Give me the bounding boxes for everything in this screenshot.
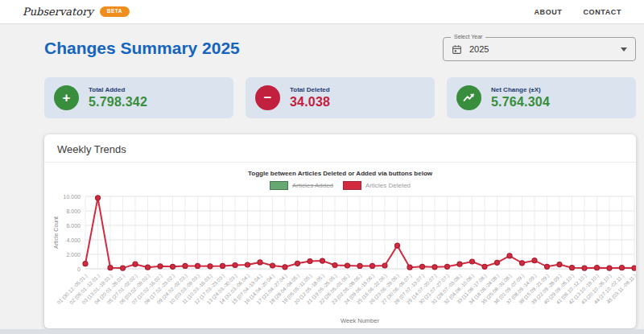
svg-text:Week Number: Week Number [341, 317, 379, 324]
stats-row: + Total Added 5.798.342 − Total Deleted … [44, 77, 636, 118]
weekly-trends-chart[interactable]: 01 (30.12.-05.01.)02 (06.01.-12.01.)03 (… [51, 192, 636, 327]
svg-text:2.000: 2.000 [66, 252, 80, 258]
main-content: Changes Summary 2025 Select Year 2025 + … [44, 34, 636, 328]
legend-label: Articles Added [292, 182, 333, 189]
stat-value: 5.798.342 [89, 95, 147, 109]
weekly-trends-card: Weekly Trends Toggle between Articles De… [44, 134, 636, 328]
chevron-down-icon [621, 47, 627, 52]
stat-value: 5.764.304 [491, 95, 550, 109]
page-title: Changes Summary 2025 [44, 39, 240, 58]
svg-text:0: 0 [77, 266, 80, 272]
svg-text:8.000: 8.000 [66, 208, 80, 214]
brand-logo[interactable]: Pubservatory [23, 6, 93, 18]
calendar-icon [452, 44, 462, 55]
chart-legend: Articles Added Articles Deleted [44, 181, 636, 190]
svg-text:10.000: 10.000 [64, 194, 81, 200]
beta-badge: BETA [100, 6, 130, 17]
year-select[interactable]: Select Year 2025 [443, 37, 636, 61]
stat-label: Net Change (±X) [491, 86, 550, 93]
chart-area: 01 (30.12.-05.01.)02 (06.01.-12.01.)03 (… [51, 192, 636, 328]
svg-text:Article Count: Article Count [53, 216, 59, 249]
chart-subtitle: Toggle between Articles Deleted or Added… [44, 170, 636, 177]
legend-item-articles-deleted[interactable]: Articles Deleted [343, 181, 411, 190]
minus-icon: − [255, 85, 280, 110]
year-select-value: 2025 [469, 44, 489, 54]
plus-icon: + [54, 85, 79, 110]
nav-link-about[interactable]: ABOUT [534, 8, 562, 16]
stat-card-total-added: + Total Added 5.798.342 [44, 77, 233, 118]
stat-value: 34.038 [290, 95, 330, 109]
legend-swatch-added [270, 181, 288, 190]
svg-text:6.000: 6.000 [66, 223, 80, 229]
title-row: Changes Summary 2025 Select Year 2025 [44, 34, 636, 61]
legend-swatch-deleted [343, 181, 361, 190]
svg-text:4.000: 4.000 [66, 237, 80, 243]
legend-item-articles-added[interactable]: Articles Added [270, 181, 333, 190]
stat-card-net-change: Net Change (±X) 5.764.304 [447, 77, 636, 118]
footer-strip [0, 329, 644, 334]
top-nav: ABOUT CONTACT [534, 8, 621, 16]
trend-up-icon [456, 85, 481, 110]
chart-card-title: Weekly Trends [44, 134, 636, 163]
legend-label: Articles Deleted [365, 182, 411, 189]
stat-label: Total Deleted [290, 86, 330, 93]
stat-label: Total Added [89, 86, 147, 93]
stat-card-total-deleted: − Total Deleted 34.038 [246, 77, 435, 118]
year-select-label: Select Year [451, 34, 485, 39]
top-bar: Pubservatory BETA ABOUT CONTACT [0, 0, 644, 24]
nav-link-contact[interactable]: CONTACT [583, 8, 621, 16]
